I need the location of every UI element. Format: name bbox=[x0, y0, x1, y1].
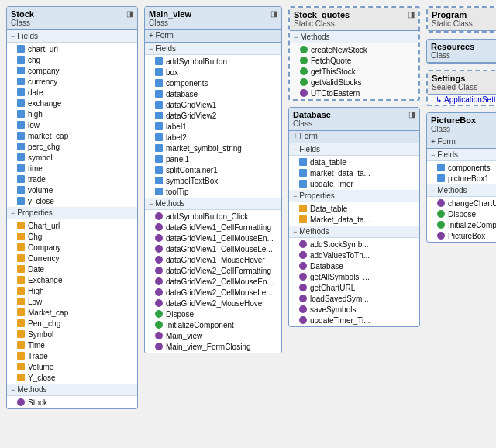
list-item: Database bbox=[289, 260, 419, 271]
stock-properties-header[interactable]: − Properties bbox=[7, 207, 137, 219]
stock-properties-list: Chart_url Chg Company Currency Date Exch… bbox=[7, 219, 137, 384]
database-fields-label: Fields bbox=[299, 145, 320, 153]
method-icon bbox=[299, 284, 307, 291]
list-item: pictureBox1 bbox=[427, 173, 496, 184]
stock-fields-header[interactable]: − Fields bbox=[7, 30, 137, 43]
list-item: date bbox=[7, 87, 137, 98]
stock-fields-toggle[interactable]: − bbox=[11, 33, 15, 40]
list-item: dataGridView1_CellFormatting bbox=[145, 222, 281, 233]
method-icon bbox=[437, 210, 445, 218]
database-fields-header[interactable]: − Fields bbox=[289, 143, 419, 156]
list-item: dataGridView2 bbox=[145, 110, 281, 121]
program-title: Program bbox=[432, 10, 473, 19]
list-item: getAllSymbolsF... bbox=[289, 271, 419, 282]
list-item: PictureBox bbox=[427, 230, 496, 241]
database-methods-header[interactable]: − Methods bbox=[289, 226, 419, 238]
database-subheader: + Form bbox=[289, 131, 419, 143]
list-item: getChartURL bbox=[289, 282, 419, 293]
prop-icon bbox=[17, 298, 25, 305]
stock-header: Stock Class ◨ bbox=[7, 7, 137, 30]
picturebox-methods-list: changeChartUR... Dispose InitializeCompo… bbox=[427, 197, 496, 242]
list-item: Symbol bbox=[7, 329, 137, 339]
stock-quotes-methods-header[interactable]: − Methods bbox=[290, 31, 418, 43]
list-item: components bbox=[427, 162, 496, 173]
field-icon bbox=[17, 186, 25, 194]
program-class-box: Program Static Class bbox=[426, 6, 496, 33]
list-item: Chg bbox=[7, 231, 137, 242]
database-methods-label: Methods bbox=[299, 227, 329, 236]
list-item: High bbox=[7, 285, 137, 296]
field-icon bbox=[155, 112, 163, 119]
list-item: changeChartUR... bbox=[427, 198, 496, 208]
prop-icon bbox=[17, 265, 25, 273]
settings-title: Settings bbox=[432, 74, 477, 83]
field-icon bbox=[17, 78, 25, 85]
main-view-methods-header[interactable]: − Methods bbox=[145, 198, 281, 210]
database-fields-list: data_table market_data_ta... updateTimer bbox=[289, 156, 419, 190]
stock-methods-header[interactable]: − Methods bbox=[7, 384, 137, 396]
field-icon bbox=[155, 177, 163, 184]
resources-header: Resources Class ◨ bbox=[427, 40, 496, 63]
list-item: market_data_ta... bbox=[289, 167, 419, 178]
database-icon[interactable]: ◨ bbox=[408, 110, 415, 119]
list-item: low bbox=[7, 119, 137, 130]
picturebox-methods-label: Methods bbox=[437, 186, 467, 195]
picturebox-class-box: PictureBox Class ◨ + Form − Fields compo… bbox=[426, 112, 496, 243]
method-icon bbox=[437, 232, 445, 240]
prop-icon bbox=[17, 363, 25, 370]
stock-quotes-icon[interactable]: ◨ bbox=[408, 10, 415, 19]
list-item: addStockSymb... bbox=[289, 239, 419, 250]
settings-link[interactable]: ↳ ApplicationSettingsBa... bbox=[428, 95, 496, 105]
prop-icon bbox=[17, 276, 25, 284]
stock-fields-list: chart_url chg company currency date exch… bbox=[7, 43, 137, 207]
list-item: data_table bbox=[289, 157, 419, 167]
picturebox-methods-header[interactable]: − Methods bbox=[427, 184, 496, 197]
method-icon bbox=[300, 57, 308, 64]
method-icon bbox=[17, 398, 25, 406]
list-item: database bbox=[145, 88, 281, 99]
list-item: getValidStocks bbox=[290, 77, 418, 88]
arrow-icon: ↳ bbox=[436, 95, 442, 104]
list-item: time bbox=[7, 163, 137, 174]
list-item: trade bbox=[7, 174, 137, 184]
list-item: company bbox=[7, 65, 137, 76]
main-view-icon[interactable]: ◨ bbox=[270, 9, 277, 18]
stock-methods-toggle[interactable]: − bbox=[11, 386, 15, 394]
database-methods-list: addStockSymb... addValuesToTh... Databas… bbox=[289, 238, 419, 326]
list-item: toolTip bbox=[145, 186, 281, 197]
list-item: Main_view_FormClosing bbox=[145, 341, 281, 352]
list-item: dataGridView1_MouseHover bbox=[145, 254, 281, 265]
main-view-fields-header[interactable]: − Fields bbox=[145, 43, 281, 55]
method-icon bbox=[299, 251, 307, 259]
stock-properties-toggle[interactable]: − bbox=[11, 209, 15, 217]
resources-subtitle: Class bbox=[431, 51, 474, 60]
list-item: InitializeComponent bbox=[145, 319, 281, 330]
field-icon bbox=[17, 175, 25, 183]
method-icon bbox=[155, 299, 163, 307]
stock-icon[interactable]: ◨ bbox=[126, 9, 133, 18]
settings-header: Settings Sealed Class bbox=[428, 71, 496, 95]
picturebox-header: PictureBox Class ◨ bbox=[427, 113, 496, 136]
field-icon bbox=[17, 88, 25, 96]
method-icon bbox=[299, 273, 307, 281]
method-icon bbox=[155, 288, 163, 296]
method-icon bbox=[437, 199, 445, 207]
list-item: dataGridView1_CellMouseEn... bbox=[145, 233, 281, 243]
list-item: Main_view bbox=[145, 330, 281, 341]
prop-icon bbox=[17, 222, 25, 229]
method-icon bbox=[299, 316, 307, 324]
field-icon bbox=[437, 174, 445, 182]
prop-icon bbox=[299, 215, 307, 223]
field-icon bbox=[299, 169, 307, 177]
list-item: chart_url bbox=[7, 43, 137, 54]
method-icon bbox=[155, 212, 163, 220]
method-icon bbox=[437, 221, 445, 229]
field-icon bbox=[299, 158, 307, 166]
stock-quotes-class-box: Stock_quotes Static Class ◨ − Methods cr… bbox=[288, 6, 420, 101]
prop-icon bbox=[17, 243, 25, 251]
database-properties-header[interactable]: − Properties bbox=[289, 190, 419, 202]
database-properties-label: Properties bbox=[299, 191, 335, 200]
picturebox-fields-header[interactable]: − Fields bbox=[427, 149, 496, 161]
picturebox-title: PictureBox bbox=[431, 115, 476, 125]
list-item: updateTimer_Ti... bbox=[289, 315, 419, 326]
